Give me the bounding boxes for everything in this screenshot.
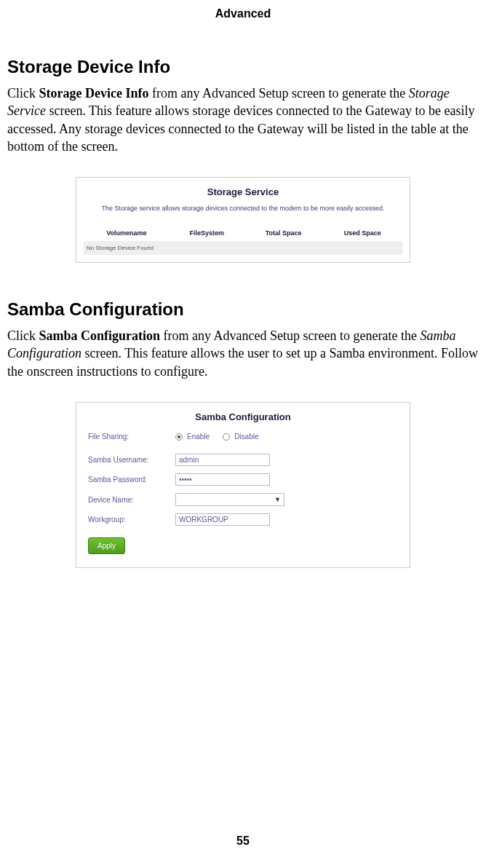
section-samba-title: Samba Configuration — [7, 299, 479, 320]
device-name-row: Device Name: ▼ — [88, 493, 398, 506]
text: Click — [7, 328, 39, 343]
table-header-row: Volumename FileSystem Total Space Used S… — [84, 225, 402, 241]
password-row: Samba Password: — [88, 473, 398, 486]
radio-enable[interactable] — [175, 433, 183, 441]
samba-figure-wrap: Samba Configuration File Sharing: Enable… — [7, 402, 479, 568]
table-row: No Storage Device Found — [84, 241, 402, 255]
radio-enable-label: Enable — [187, 433, 210, 441]
password-label: Samba Password: — [88, 476, 175, 484]
section-samba-para: Click Samba Configuration from any Advan… — [7, 327, 479, 380]
col-totalspace: Total Space — [244, 225, 322, 241]
col-volumename: Volumename — [84, 225, 170, 241]
chevron-down-icon: ▼ — [274, 496, 281, 503]
password-input[interactable] — [175, 473, 270, 486]
section-storage-para: Click Storage Device Info from any Advan… — [7, 84, 479, 155]
storage-panel-desc: The Storage service allows storage devic… — [84, 205, 402, 212]
device-name-select[interactable]: ▼ — [175, 493, 284, 506]
file-sharing-label: File Sharing: — [88, 433, 175, 441]
apply-row: Apply — [88, 533, 398, 554]
col-usedspace: Used Space — [322, 225, 402, 241]
page-number: 55 — [0, 835, 486, 848]
workgroup-label: Workgroup: — [88, 516, 175, 524]
text: Click — [7, 86, 39, 100]
storage-figure: Storage Service The Storage service allo… — [76, 177, 410, 263]
samba-figure: Samba Configuration File Sharing: Enable… — [76, 402, 410, 568]
apply-button[interactable]: Apply — [88, 537, 125, 554]
storage-panel-title: Storage Service — [84, 186, 402, 197]
file-sharing-radios: Enable Disable — [175, 433, 259, 441]
empty-message: No Storage Device Found — [84, 241, 402, 255]
page-header: Advanced — [7, 7, 479, 20]
text: from any Advanced Setup screen to genera… — [160, 328, 420, 343]
radio-disable[interactable] — [223, 433, 230, 441]
text-bold: Storage Device Info — [39, 86, 149, 100]
storage-table: Volumename FileSystem Total Space Used S… — [84, 225, 402, 255]
workgroup-row: Workgroup: — [88, 513, 398, 526]
radio-disable-label: Disable — [234, 433, 258, 441]
text: from any Advanced Setup screen to genera… — [148, 86, 408, 100]
text-bold: Samba Configuration — [39, 328, 161, 343]
device-name-label: Device Name: — [88, 496, 175, 504]
workgroup-input[interactable] — [175, 513, 270, 526]
samba-form: File Sharing: Enable Disable Samba Usern… — [84, 433, 402, 554]
storage-figure-wrap: Storage Service The Storage service allo… — [7, 177, 479, 263]
username-row: Samba Username: — [88, 454, 398, 466]
file-sharing-row: File Sharing: Enable Disable — [88, 433, 398, 441]
col-filesystem: FileSystem — [170, 225, 244, 241]
section-storage-title: Storage Device Info — [7, 57, 479, 77]
text: screen. This feature allows storage devi… — [7, 103, 474, 154]
samba-panel-title: Samba Configuration — [84, 411, 402, 422]
username-label: Samba Username: — [88, 456, 175, 464]
username-input[interactable] — [175, 454, 270, 466]
